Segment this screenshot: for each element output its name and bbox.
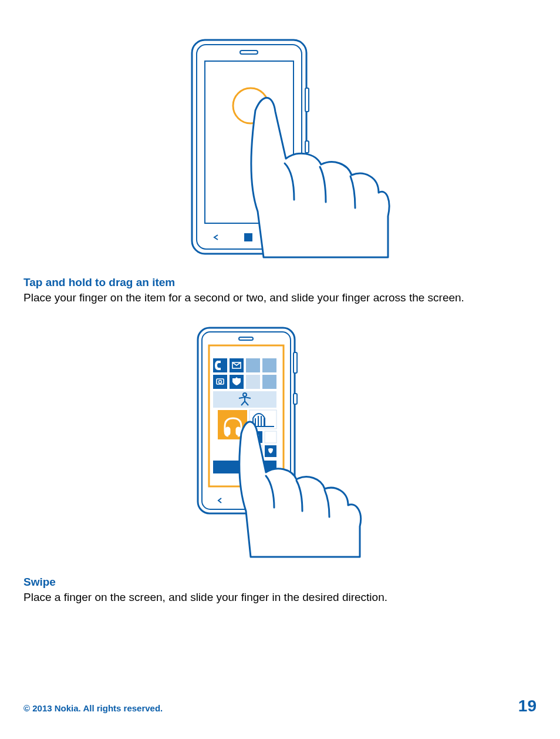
svg-rect-43: [226, 428, 230, 435]
svg-rect-2: [305, 141, 309, 153]
svg-rect-33: [262, 375, 276, 389]
svg-rect-15: [294, 394, 297, 404]
swipe-body: Place a finger on the screen, and slide …: [23, 590, 537, 605]
document-page: Tap and hold to drag an item Place your …: [0, 0, 560, 739]
illustration-tap-hold: [23, 35, 537, 258]
svg-rect-7: [249, 234, 252, 237]
svg-rect-27: [262, 358, 276, 372]
tap-hold-heading: Tap and hold to drag an item: [23, 276, 537, 289]
svg-rect-26: [246, 358, 260, 372]
page-footer: © 2013 Nokia. All rights reserved. 19: [23, 697, 537, 716]
svg-rect-32: [246, 375, 260, 389]
page-number: 19: [518, 697, 537, 716]
page-content: Tap and hold to drag an item Place your …: [23, 23, 537, 604]
svg-rect-9: [249, 238, 252, 241]
swipe-heading: Swipe: [23, 576, 537, 589]
svg-rect-4: [240, 51, 258, 54]
svg-rect-28: [213, 375, 227, 389]
svg-rect-44: [237, 428, 240, 435]
copyright-text: © 2013 Nokia. All rights reserved.: [23, 703, 163, 713]
svg-rect-47: [265, 431, 276, 443]
svg-rect-8: [245, 238, 248, 241]
phone-drag-illustration: [180, 323, 380, 558]
svg-rect-17: [239, 337, 253, 340]
svg-rect-1: [305, 88, 309, 112]
svg-rect-14: [294, 352, 297, 373]
phone-tap-hold-illustration: [168, 35, 392, 258]
tap-hold-body: Place your finger on the item for a seco…: [23, 290, 537, 305]
illustration-drag: [23, 323, 537, 558]
svg-rect-6: [245, 234, 248, 237]
